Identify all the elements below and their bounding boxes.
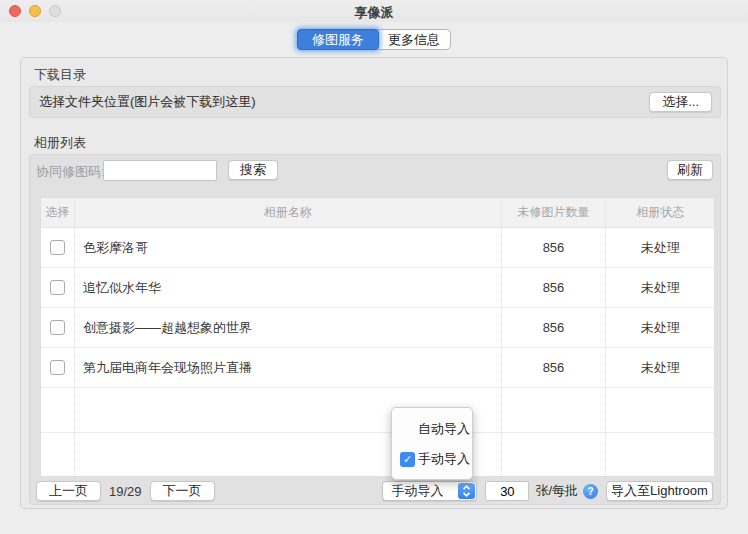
unedited-count: 856 bbox=[502, 348, 607, 387]
header-album-status: 相册状态 bbox=[606, 198, 714, 227]
album-status: 未处理 bbox=[606, 228, 714, 267]
tab-photo-editing-service[interactable]: 修图服务 bbox=[297, 29, 379, 50]
import-to-lightroom-button[interactable]: 导入至Lightroom bbox=[606, 481, 713, 501]
table-row: 色彩摩洛哥 856 未处理 bbox=[41, 228, 714, 268]
import-controls: 手动导入 张/每批 ? 导入至Lightroom bbox=[382, 481, 713, 501]
header-select: 选择 bbox=[41, 198, 75, 227]
table-row-empty bbox=[41, 433, 714, 477]
download-directory-panel: 选择文件夹位置(图片会被下载到这里) 选择... bbox=[29, 86, 721, 118]
checkmark-icon: ✓ bbox=[400, 452, 415, 467]
main-groupbox: 下载目录 选择文件夹位置(图片会被下载到这里) 选择... 相册列表 协同修图码… bbox=[20, 57, 728, 509]
unedited-count: 856 bbox=[502, 308, 607, 347]
table-header-row: 选择 相册名称 未修图片数量 相册状态 bbox=[41, 198, 714, 228]
collab-code-label: 协同修图码: bbox=[36, 163, 105, 181]
album-status: 未处理 bbox=[606, 348, 714, 387]
refresh-button[interactable]: 刷新 bbox=[667, 160, 713, 180]
menu-item-manual-import[interactable]: ✓ 手动导入 bbox=[392, 444, 472, 474]
window-title: 享像派 bbox=[0, 4, 748, 22]
menu-item-label: 手动导入 bbox=[418, 450, 470, 468]
app-window: { "window_title": "享像派", "tabs": { "serv… bbox=[0, 0, 748, 534]
folder-location-hint: 选择文件夹位置(图片会被下载到这里) bbox=[39, 87, 256, 117]
import-mode-menu: 自动导入 ✓ 手动导入 bbox=[391, 407, 473, 480]
album-list-panel: 协同修图码: 搜索 刷新 选择 相册名称 未修图片数量 相册状态 色彩摩洛哥 8… bbox=[29, 154, 721, 505]
album-status: 未处理 bbox=[606, 268, 714, 307]
bottom-toolbar: 上一页 19/29 下一页 手动导入 张/每批 ? 导入至Lightroom bbox=[36, 481, 713, 501]
download-section-title: 下载目录 bbox=[34, 66, 86, 84]
collab-code-input[interactable] bbox=[103, 160, 217, 181]
menu-item-label: 自动导入 bbox=[418, 420, 470, 438]
tab-bar: 修图服务 更多信息 bbox=[297, 29, 451, 50]
unedited-count: 856 bbox=[502, 228, 607, 267]
table-row: 第九届电商年会现场照片直播 856 未处理 bbox=[41, 348, 714, 388]
titlebar: 享像派 bbox=[0, 0, 748, 22]
row-checkbox[interactable] bbox=[50, 360, 65, 375]
header-album-name: 相册名称 bbox=[75, 198, 502, 227]
album-name: 创意摄影——超越想象的世界 bbox=[75, 308, 502, 347]
album-table: 选择 相册名称 未修图片数量 相册状态 色彩摩洛哥 856 未处理 追忆似水年华… bbox=[40, 197, 715, 477]
batch-unit-label: 张/每批 bbox=[535, 482, 578, 500]
row-checkbox[interactable] bbox=[50, 240, 65, 255]
row-checkbox[interactable] bbox=[50, 320, 65, 335]
import-mode-value: 手动导入 bbox=[391, 482, 443, 500]
prev-page-button[interactable]: 上一页 bbox=[36, 481, 101, 501]
table-row: 追忆似水年华 856 未处理 bbox=[41, 268, 714, 308]
help-icon[interactable]: ? bbox=[583, 484, 598, 499]
header-unedited-count: 未修图片数量 bbox=[502, 198, 607, 227]
tab-more-info[interactable]: 更多信息 bbox=[378, 30, 450, 49]
album-section-title: 相册列表 bbox=[34, 134, 86, 152]
unedited-count: 856 bbox=[502, 268, 607, 307]
batch-size-input[interactable] bbox=[485, 481, 529, 501]
album-status: 未处理 bbox=[606, 308, 714, 347]
search-button[interactable]: 搜索 bbox=[228, 160, 278, 180]
menu-item-auto-import[interactable]: 自动导入 bbox=[392, 414, 472, 444]
album-name: 第九届电商年会现场照片直播 bbox=[75, 348, 502, 387]
table-row-empty bbox=[41, 388, 714, 433]
album-name: 色彩摩洛哥 bbox=[75, 228, 502, 267]
album-name: 追忆似水年华 bbox=[75, 268, 502, 307]
import-mode-select[interactable]: 手动导入 bbox=[382, 481, 477, 501]
row-checkbox[interactable] bbox=[50, 280, 65, 295]
table-row: 创意摄影——超越想象的世界 856 未处理 bbox=[41, 308, 714, 348]
select-stepper-icon bbox=[458, 483, 475, 499]
choose-folder-button[interactable]: 选择... bbox=[649, 92, 712, 112]
next-page-button[interactable]: 下一页 bbox=[150, 481, 215, 501]
page-indicator: 19/29 bbox=[109, 484, 142, 499]
